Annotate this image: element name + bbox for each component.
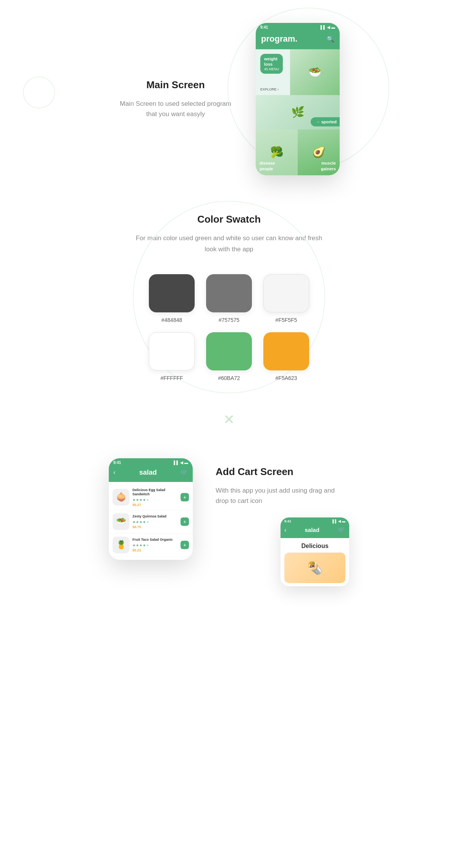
cart-item-name-1: Delicious Egg Salad Sandwitch	[132, 488, 177, 497]
small-phone-titlebar: ‹ salad 🛒	[281, 524, 349, 538]
cart-item: 🥗 Zesty Quinnoa Salad ★ ★ ★ ★ ★ $8.75 +	[109, 510, 193, 533]
label-white: #FFFFFF	[160, 375, 183, 381]
small-wifi-icon: ◀	[338, 519, 341, 523]
star-4: ★	[143, 520, 146, 524]
delicious-food-image: 🌯	[284, 553, 345, 583]
small-phone-content: Delicious 🌯	[281, 538, 349, 586]
swatch-mid-gray	[206, 274, 252, 312]
star-3: ★	[139, 498, 142, 502]
swatch-orange	[263, 332, 309, 370]
small-status-icons: ▌▌ ◀ ▬	[332, 519, 345, 523]
small-phone-wrapper: 9:41 ▌▌ ◀ ▬ ‹ salad 🛒 Delicious	[216, 517, 349, 586]
cart-item-price-1: $5.27	[132, 503, 177, 507]
label-mid-gray: #757575	[219, 317, 240, 323]
cart-battery-icon: ▬	[184, 461, 188, 465]
star-4: ★	[143, 498, 146, 502]
cart-status-icons: ▌▌ ◀ ▬	[174, 461, 188, 465]
cart-item-info-3: Fruit Taco Salad Organic ★ ★ ★ ★ ★ $5.22	[132, 538, 177, 552]
color-item-white: #FFFFFF	[149, 332, 195, 381]
explore-link[interactable]: EXPLORE ›	[260, 87, 279, 91]
color-item-dark-gray: #484848	[149, 274, 195, 323]
star-2: ★	[136, 498, 139, 502]
cart-phone: 9:41 ▌▌ ◀ ▬ ‹ salad 🛒 🧅 Deliciou	[109, 458, 193, 560]
cart-screen-description: With this app you just add using drag an…	[216, 485, 349, 506]
star-2: ★	[136, 520, 139, 524]
card-muscle-gainers[interactable]: 🥑 musclegainers	[298, 129, 340, 175]
cart-title-bar: ‹ salad 🛒	[109, 466, 193, 482]
add-to-cart-button-1[interactable]: +	[181, 493, 189, 501]
phone-status-bar: 9:41 ▌▌ ◀ ▬	[256, 23, 340, 31]
section-add-cart: 9:41 ▌▌ ◀ ▬ ‹ salad 🛒 🧅 Deliciou	[0, 443, 458, 609]
card-sported-row: 🌿 45 MENU → sported	[256, 95, 340, 129]
small-phone-title: salad	[305, 527, 319, 533]
small-status-time: 9:41	[284, 519, 291, 523]
cart-item: 🍍 Fruit Taco Salad Organic ★ ★ ★ ★ ★ $5.…	[109, 533, 193, 557]
cart-bag-icon[interactable]: 🛒	[181, 469, 188, 476]
star-4: ★	[143, 543, 146, 547]
cart-item-info-2: Zesty Quinnoa Salad ★ ★ ★ ★ ★ $8.75	[132, 514, 177, 529]
star-3: ★	[139, 520, 142, 524]
small-phone-status: 9:41 ▌▌ ◀ ▬	[281, 517, 349, 524]
star-5: ★	[146, 543, 149, 547]
sported-badge: → sported	[311, 117, 340, 126]
card-sported[interactable]: 🌿 45 MENU → sported	[256, 95, 340, 129]
swatch-green	[206, 332, 252, 370]
food-emoji-salad2: 🥗	[116, 517, 126, 527]
star-1: ★	[132, 520, 135, 524]
app-title: program.	[261, 34, 297, 44]
weight-loss-food-image: 🥗	[290, 49, 340, 95]
label-orange: #F5A623	[276, 375, 297, 381]
color-grid: #484848 #757575 #F5F5F5	[46, 274, 412, 323]
muscle-gainers-label: musclegainers	[321, 160, 336, 171]
weight-loss-label: weightloss 45 MENU	[260, 54, 283, 74]
swatch-light-gray	[263, 274, 309, 312]
cart-text-block: Add Cart Screen With this app you just a…	[216, 458, 349, 586]
cart-item-image-1: 🧅	[113, 489, 129, 506]
swatch-white	[149, 332, 195, 370]
cart-status-bar: 9:41 ▌▌ ◀ ▬	[109, 458, 193, 466]
phone-app-header: program. 🔍	[256, 31, 340, 49]
cart-item-image-3: 🍍	[113, 537, 129, 553]
back-arrow-icon[interactable]: ‹	[113, 469, 115, 476]
cart-item-stars-2: ★ ★ ★ ★ ★	[132, 520, 177, 524]
search-icon[interactable]: 🔍	[327, 36, 334, 43]
color-item-light-gray: #F5F5F5	[263, 274, 309, 323]
color-swatch-title: Color Swatch	[46, 213, 412, 225]
signal-icon: ▌▌	[321, 25, 326, 29]
cart-item-image-2: 🥗	[113, 513, 129, 530]
color-item-orange: #F5A623	[263, 332, 309, 381]
card-disease-people[interactable]: 🥦 diseasepeople	[256, 129, 298, 175]
main-screen-text-block: Main Screen Main Screen to used selected…	[118, 79, 233, 119]
cart-items-list: 🧅 Delicious Egg Salad Sandwitch ★ ★ ★ ★ …	[109, 482, 193, 560]
main-screen-phone: 9:41 ▌▌ ◀ ▬ program. 🔍 🥗 weightloss 45 M…	[256, 23, 340, 175]
cart-item: 🧅 Delicious Egg Salad Sandwitch ★ ★ ★ ★ …	[109, 485, 193, 510]
disease-people-label: diseasepeople	[260, 160, 275, 171]
section-color-swatch: Color Swatch For main color used green a…	[0, 191, 458, 404]
cart-signal-icon: ▌▌	[174, 461, 179, 465]
add-to-cart-button-2[interactable]: +	[181, 517, 189, 526]
star-1: ★	[132, 498, 135, 502]
label-dark-gray: #484848	[161, 317, 182, 323]
cart-item-name-3: Fruit Taco Salad Organic	[132, 538, 177, 542]
color-swatch-description: For main color used green and white so u…	[134, 233, 324, 255]
cart-status-time: 9:41	[113, 461, 121, 465]
x-divider: ✕	[0, 404, 458, 443]
weight-loss-menu-count: 45 MENU	[264, 67, 279, 72]
food-emoji-herbs: 🌿	[291, 107, 305, 118]
cart-item-stars-1: ★ ★ ★ ★ ★	[132, 498, 177, 502]
status-time: 9:41	[260, 25, 268, 29]
battery-icon: ▬	[331, 25, 335, 29]
food-emoji-onion: 🧅	[116, 492, 126, 502]
main-screen-title: Main Screen	[118, 79, 233, 91]
small-cart-icon[interactable]: 🛒	[338, 526, 345, 533]
cart-wifi-icon: ◀	[180, 461, 183, 465]
label-green: #60BA72	[218, 375, 240, 381]
food-emoji-avocado: 🥑	[312, 147, 326, 158]
delicious-label: Delicious	[284, 543, 345, 550]
cart-screen-heading: Add Cart Screen	[216, 466, 349, 478]
cart-item-price-3: $5.22	[132, 548, 177, 552]
section-main-screen: Main Screen Main Screen to used selected…	[0, 0, 458, 191]
add-to-cart-button-3[interactable]: +	[181, 541, 189, 549]
small-back-arrow-icon[interactable]: ‹	[284, 527, 286, 533]
card-weight-loss[interactable]: 🥗 weightloss 45 MENU EXPLORE ›	[256, 49, 340, 95]
